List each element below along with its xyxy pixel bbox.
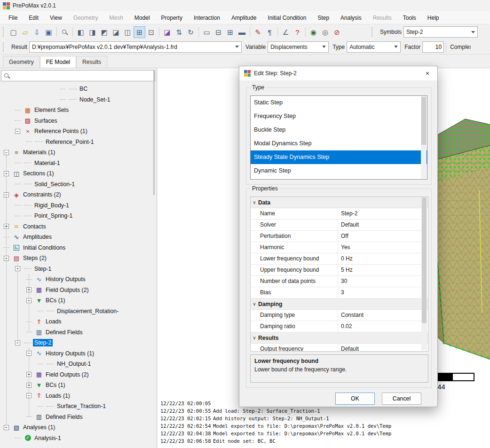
- property-value[interactable]: 3: [338, 287, 428, 298]
- new-model-button[interactable]: ▢: [8, 26, 19, 38]
- show-all-button[interactable]: ◉: [308, 26, 319, 38]
- menu-file[interactable]: File: [3, 12, 23, 24]
- tab-fe-model[interactable]: FE Model: [40, 56, 76, 68]
- ok-button[interactable]: OK: [335, 393, 375, 405]
- step-type-list[interactable]: Static StepFrequency StepBuckle StepModa…: [250, 95, 427, 180]
- tree-item[interactable]: ▨Surfaces: [0, 116, 152, 126]
- menu-results[interactable]: Results: [367, 12, 397, 24]
- tree-item[interactable]: −⇑Loads (1): [0, 391, 152, 401]
- factor-input[interactable]: [422, 41, 444, 53]
- property-row[interactable]: HarmonicYes: [251, 242, 428, 253]
- property-category[interactable]: ∨Data: [251, 197, 428, 208]
- search-input[interactable]: [13, 71, 155, 81]
- tab-results[interactable]: Results: [76, 56, 107, 68]
- section-view-button[interactable]: ◪: [161, 26, 173, 38]
- menu-step[interactable]: Step: [312, 12, 335, 24]
- tree-item[interactable]: ∿History Outputs: [0, 274, 152, 285]
- tree-item[interactable]: Surface_Traction-1: [0, 401, 152, 412]
- menu-help[interactable]: Help: [422, 12, 445, 24]
- tree-item[interactable]: ∿Amplitudes: [0, 232, 152, 243]
- rotate-view-button[interactable]: ↻: [185, 26, 197, 38]
- step-type-option[interactable]: Static Step: [251, 96, 427, 110]
- view-isometric-button[interactable]: ⊞: [134, 26, 145, 38]
- tree-item[interactable]: −Step-2: [0, 338, 152, 348]
- property-value[interactable]: 30: [338, 276, 428, 287]
- show-solid-button[interactable]: ▬: [236, 26, 248, 38]
- property-row[interactable]: SolverDefault: [251, 220, 428, 231]
- view-fit-button[interactable]: ⊡: [145, 26, 157, 38]
- view-top-button[interactable]: ◩: [98, 26, 110, 38]
- edit-model-button[interactable]: ✎: [252, 26, 264, 38]
- save-file-button[interactable]: ▣: [43, 26, 55, 38]
- toolbar-grip[interactable]: [371, 27, 374, 37]
- tree-item[interactable]: −≡Materials (1): [0, 147, 152, 158]
- tree-item[interactable]: −◫Sections (1): [0, 168, 152, 179]
- property-value[interactable]: Default: [338, 344, 428, 352]
- view-front-button[interactable]: ◧: [75, 26, 87, 38]
- property-row[interactable]: PerturbationOff: [251, 231, 428, 242]
- step-type-option[interactable]: Dynamic Step: [251, 164, 427, 178]
- tree-item[interactable]: +▦Field Outputs (2): [0, 285, 152, 296]
- tree-item[interactable]: +≍Contacts: [0, 221, 152, 232]
- menu-analysis[interactable]: Analysis: [335, 12, 367, 24]
- menu-property[interactable]: Property: [156, 12, 188, 24]
- tree-item[interactable]: Point_Spring-1: [0, 211, 152, 221]
- grid-scrollbar[interactable]: [421, 197, 427, 350]
- view-left-button[interactable]: ◫: [122, 26, 134, 38]
- property-row[interactable]: NameStep-2: [251, 208, 428, 220]
- collapse-toggle[interactable]: −: [15, 129, 20, 134]
- tree-item[interactable]: Node_Set-1: [0, 94, 152, 105]
- view-back-button[interactable]: ◨: [87, 26, 98, 38]
- show-edges-button[interactable]: ⊟: [213, 26, 224, 38]
- step-type-option[interactable]: Frequency Step: [251, 110, 427, 123]
- property-value[interactable]: Default: [338, 220, 428, 230]
- tree-item[interactable]: −◈Constraints (2): [0, 189, 152, 200]
- import-file-button[interactable]: ⇩: [31, 26, 43, 38]
- wireframe-button[interactable]: ▭: [201, 26, 213, 38]
- property-grid[interactable]: ∨DataNameStep-2SolverDefaultPerturbation…: [250, 196, 428, 352]
- tree-item[interactable]: −×Reference Points (1): [0, 126, 152, 137]
- tab-geometry[interactable]: Geometry: [3, 56, 40, 68]
- tree-item[interactable]: ▥Defined Fields: [0, 412, 152, 423]
- symbols-combo[interactable]: Step-2: [403, 26, 478, 38]
- tree-item[interactable]: BC: [0, 84, 152, 94]
- hide-button[interactable]: ◎: [319, 26, 331, 38]
- menu-model[interactable]: Model: [129, 12, 156, 24]
- tree-item[interactable]: Displacement_Rotation-: [0, 306, 152, 317]
- property-row[interactable]: Number of data points30: [251, 276, 428, 287]
- edit-keyword-button[interactable]: ¶: [264, 26, 276, 38]
- step-type-option[interactable]: Modal Dynamics Step: [251, 137, 427, 150]
- dialog-close-button[interactable]: ×: [418, 66, 437, 80]
- tree-item[interactable]: ▦Element Sets: [0, 105, 152, 116]
- tree-scrollbar[interactable]: [153, 71, 155, 195]
- menu-amplitude[interactable]: Amplitude: [226, 12, 262, 24]
- property-row[interactable]: Upper frequency bound5 Hz: [251, 265, 428, 276]
- step-type-option[interactable]: Buckle Step: [251, 123, 427, 137]
- list-scrollbar[interactable]: [421, 96, 427, 179]
- property-row[interactable]: Output frequencyDefault: [251, 344, 428, 352]
- property-value[interactable]: Constant: [338, 310, 428, 321]
- menu-tools[interactable]: Tools: [397, 12, 422, 24]
- menu-initial-condition[interactable]: Initial Condition: [262, 12, 312, 24]
- property-value[interactable]: Step-2: [338, 208, 428, 219]
- tree-item[interactable]: ⇑Loads: [0, 316, 152, 327]
- toolbar-grip[interactable]: [3, 27, 5, 37]
- property-row[interactable]: Damping ratio0.02: [251, 321, 428, 332]
- tree-item[interactable]: +▦Field Outputs (2): [0, 369, 152, 380]
- tree-item[interactable]: −▧Analyses (1): [0, 422, 152, 433]
- show-only-button[interactable]: ⊘: [331, 26, 343, 38]
- dialog-title-bar[interactable]: Edit Step: Step-2 ×: [239, 66, 437, 80]
- view-bottom-button[interactable]: ◪: [110, 26, 122, 38]
- menu-interaction[interactable]: Interaction: [188, 12, 226, 24]
- open-file-button[interactable]: ▱: [19, 26, 31, 38]
- tree-item[interactable]: Solid_Section-1: [0, 179, 152, 190]
- tree-item[interactable]: −∿History Outputs (1): [0, 348, 152, 359]
- type-combo[interactable]: Automatic: [347, 41, 401, 53]
- tree-search-box[interactable]: [1, 70, 155, 81]
- zoom-button[interactable]: [59, 26, 71, 38]
- menu-mesh[interactable]: Mesh: [104, 12, 129, 24]
- show-mesh-button[interactable]: ⊞: [224, 26, 236, 38]
- tree-item[interactable]: −▼BCs (1): [0, 295, 152, 306]
- menu-view[interactable]: View: [44, 12, 68, 24]
- tree-item[interactable]: +▼BCs (1): [0, 380, 152, 391]
